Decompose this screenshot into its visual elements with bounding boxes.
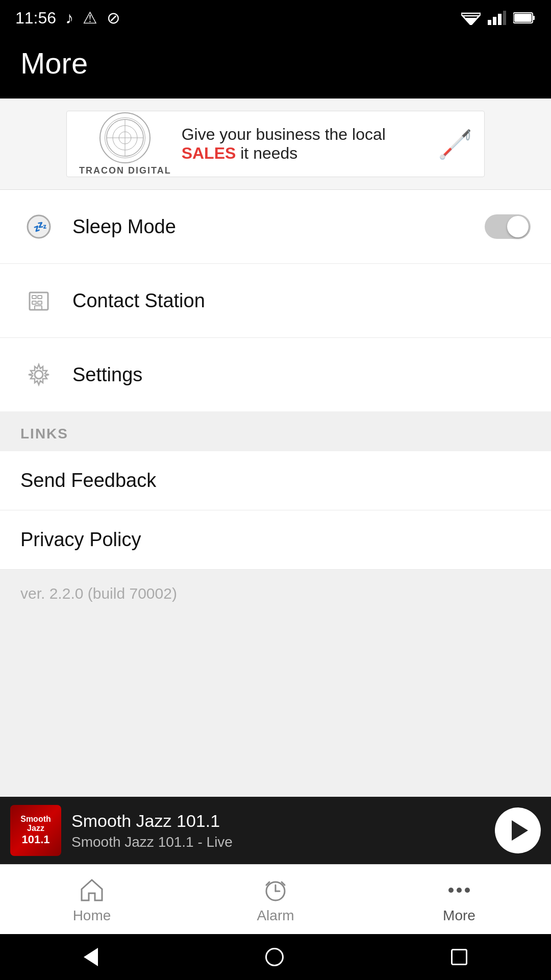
- svg-rect-3: [488, 20, 491, 25]
- nav-more-label: More: [443, 908, 475, 924]
- nav-more[interactable]: More: [367, 865, 551, 934]
- back-button[interactable]: [84, 948, 98, 966]
- settings-label: Settings: [72, 364, 531, 386]
- building-icon: [20, 282, 57, 319]
- links-header: LINKS: [0, 411, 551, 451]
- contact-station-item[interactable]: Contact Station: [0, 264, 551, 338]
- thumb-freq: 101.1: [21, 833, 49, 846]
- ad-logo: TRACON DIGITAL: [79, 112, 171, 176]
- svg-rect-18: [32, 296, 36, 299]
- svg-point-31: [465, 888, 470, 893]
- svg-text:💤: 💤: [33, 220, 47, 234]
- now-playing-bar[interactable]: Smooth Jazz 101.1 Smooth Jazz 101.1 Smoo…: [0, 797, 551, 864]
- warning-icon: ⚠: [83, 8, 97, 28]
- privacy-policy-label: Privacy Policy: [20, 529, 141, 551]
- version-section: ver. 2.2.0 (build 70002): [0, 570, 551, 797]
- thumb-label-line2: Jazz: [27, 824, 44, 833]
- privacy-policy-item[interactable]: Privacy Policy: [0, 510, 551, 570]
- links-section: LINKS Send Feedback Privacy Policy: [0, 411, 551, 570]
- svg-point-30: [457, 888, 462, 893]
- send-feedback-item[interactable]: Send Feedback: [0, 451, 551, 510]
- svg-point-23: [35, 371, 43, 379]
- thumb-label-line1: Smooth: [20, 815, 51, 824]
- page-header: More: [0, 36, 551, 99]
- links-section-label: LINKS: [20, 426, 68, 442]
- svg-rect-8: [533, 16, 535, 20]
- play-button[interactable]: [495, 807, 541, 853]
- ad-text: Give your business the local SALES it ne…: [182, 125, 428, 163]
- station-name: Smooth Jazz 101.1: [71, 811, 485, 831]
- dnd-icon: ⊘: [107, 8, 120, 28]
- alarm-icon: [262, 877, 289, 903]
- signal-icon: [488, 11, 506, 25]
- battery-icon: [513, 12, 536, 24]
- nav-alarm[interactable]: Alarm: [184, 865, 367, 934]
- sleep-icon: 💤: [20, 208, 57, 245]
- contact-station-label: Contact Station: [72, 290, 531, 312]
- station-info: Smooth Jazz 101.1 Smooth Jazz 101.1 - Li…: [71, 811, 485, 850]
- android-nav: [0, 934, 551, 980]
- svg-rect-6: [503, 11, 506, 25]
- nav-home-label: Home: [73, 908, 111, 924]
- status-bar: 11:56 ♪ ⚠ ⊘: [0, 0, 551, 36]
- station-thumbnail: Smooth Jazz 101.1: [10, 805, 61, 856]
- sleep-mode-item[interactable]: 💤 Sleep Mode: [0, 190, 551, 264]
- ad-cane-icon: 🦯: [438, 128, 472, 160]
- svg-rect-9: [514, 14, 532, 22]
- more-icon: [446, 877, 472, 903]
- music-note-icon: ♪: [65, 9, 73, 28]
- send-feedback-label: Send Feedback: [20, 470, 156, 492]
- svg-rect-21: [38, 301, 42, 304]
- sleep-mode-label: Sleep Mode: [72, 216, 485, 238]
- station-status: Smooth Jazz 101.1 - Live: [71, 834, 485, 850]
- gear-icon: [20, 356, 57, 393]
- svg-rect-4: [493, 17, 496, 25]
- svg-rect-5: [498, 14, 502, 25]
- page-title: More: [20, 46, 88, 80]
- play-triangle-icon: [512, 820, 528, 841]
- svg-rect-20: [32, 301, 36, 304]
- ad-banner[interactable]: TRACON DIGITAL Give your business the lo…: [0, 99, 551, 190]
- ad-brand-name: TRACON DIGITAL: [79, 165, 171, 176]
- svg-rect-19: [38, 296, 42, 299]
- wifi-icon: [461, 11, 481, 25]
- settings-item[interactable]: Settings: [0, 338, 551, 411]
- nav-alarm-label: Alarm: [257, 908, 294, 924]
- home-button[interactable]: [265, 948, 284, 966]
- menu-section: 💤 Sleep Mode Contact Station: [0, 190, 551, 411]
- status-time: 11:56: [15, 9, 56, 28]
- nav-home[interactable]: Home: [0, 865, 184, 934]
- sleep-mode-toggle[interactable]: [485, 214, 531, 239]
- recents-button[interactable]: [451, 949, 467, 965]
- home-icon: [79, 877, 105, 903]
- bottom-nav: Home Alarm More: [0, 864, 551, 934]
- svg-point-29: [448, 888, 454, 893]
- version-text: ver. 2.2.0 (build 70002): [20, 585, 177, 602]
